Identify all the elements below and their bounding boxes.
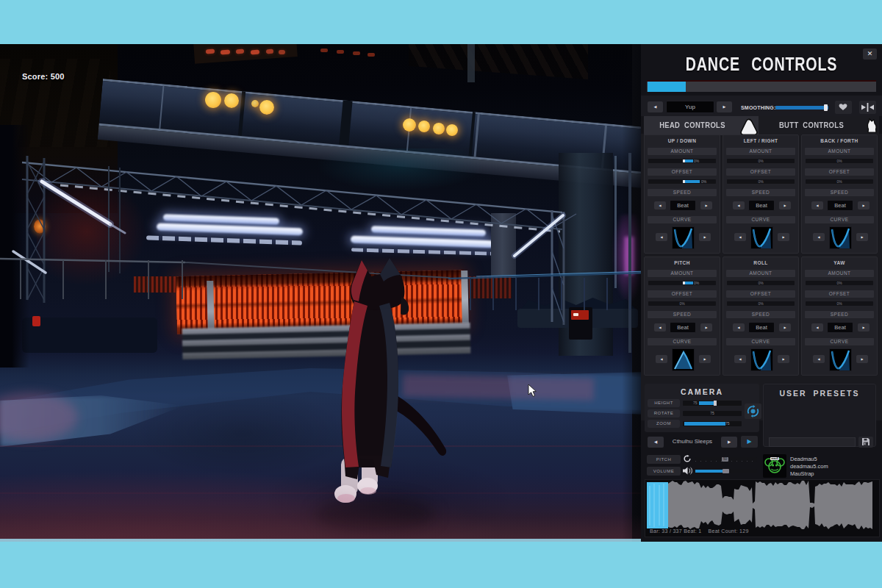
svg-text:mau5: mau5 [771, 457, 778, 460]
